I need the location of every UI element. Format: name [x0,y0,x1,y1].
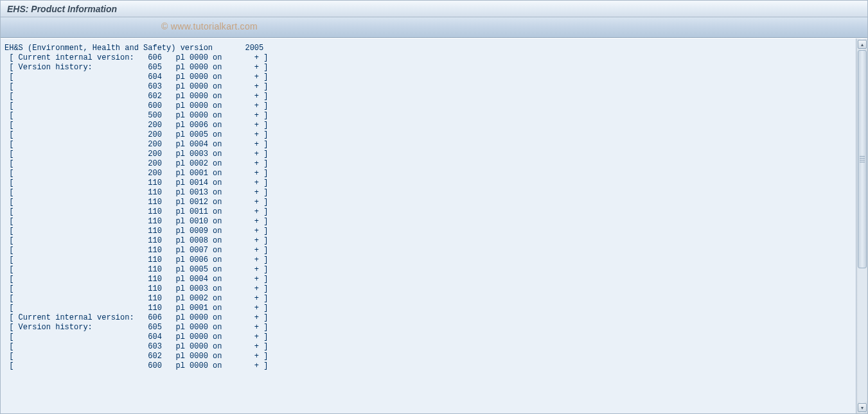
app-window: EHS: Product Information © www.tutorialk… [0,0,868,414]
title-bar: EHS: Product Information [1,1,867,17]
watermark-text: © www.tutorialkart.com [161,21,258,31]
window-title: EHS: Product Information [7,4,117,14]
version-list: EH&S (Environment, Health and Safety) ve… [1,39,856,413]
scroll-up-arrow-icon[interactable]: ▴ [858,40,867,49]
scroll-track[interactable] [858,50,867,402]
content-wrapper: EH&S (Environment, Health and Safety) ve… [1,38,867,413]
scroll-thumb[interactable] [858,50,867,268]
scroll-grip-icon [860,156,865,162]
scroll-down-arrow-icon[interactable]: ▾ [858,403,867,412]
toolbar: © www.tutorialkart.com [1,17,867,38]
vertical-scrollbar[interactable]: ▴ ▾ [856,39,867,413]
